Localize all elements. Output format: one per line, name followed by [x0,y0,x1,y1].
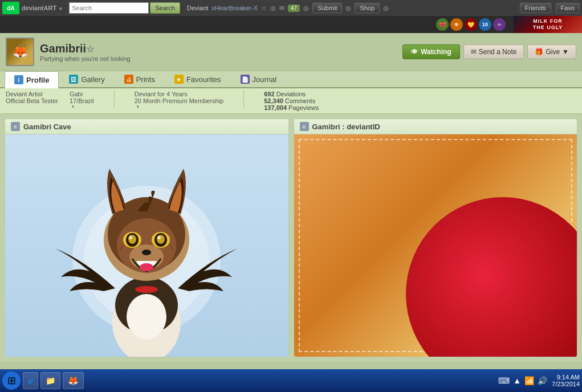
widget-right-title: Gamibri : deviantID [312,122,380,131]
shop-button[interactable]: Shop [355,3,380,13]
stats-membership: Deviant for 4 Years 20 Month Premium Mem… [135,91,224,109]
username-star-icon: ☆ [86,44,94,54]
deviations-label: Deviations [276,91,306,97]
widget-left-content [5,134,288,357]
pageviews-row: 137,004 Pageviews [264,104,319,111]
svg-point-13 [128,235,136,244]
deviations-row: 692 Deviations [264,91,319,97]
official-beta-label: Official Beta Tester [6,97,58,104]
send-note-button[interactable]: ✉ Send a Note [463,44,524,59]
name-dropdown-icon[interactable]: ▼ [71,104,94,109]
taskbar-folder-button[interactable]: 📁 [40,372,60,389]
membership-dropdown-icon[interactable]: ▼ [136,104,224,109]
profile-info: Gamibrii☆ Partying when you're not looki… [40,42,131,62]
tab-profile[interactable]: i Profile [5,71,59,88]
stats-divider-1 [114,91,115,108]
banner-icon-2[interactable]: 👁 [450,18,463,31]
taskbar-firefox-button[interactable]: 🦊 [63,372,84,389]
folder-icon: 📁 [46,376,55,385]
tab-gallery[interactable]: 🖼 Gallery [60,71,113,87]
taskbar-right-area: ⌨ ▲ 📶 🔊 9:14 AM 7/23/2014 [498,374,580,387]
banner-ad-text: MILK FOR THE UGLY [533,18,563,31]
nav-username-link[interactable]: xHeartbreaker-X [211,5,258,11]
mail-count-badge[interactable]: 47 [288,5,300,12]
search-input[interactable] [69,2,149,14]
logo-settings-icon: ● [59,5,62,11]
main-content: ≡ Gamibri Cave [0,114,582,362]
watching-button[interactable]: 👁 Watching [402,44,460,59]
logo-area[interactable]: dA deviantART ● [2,2,62,14]
submit-settings-icon[interactable]: ◎ [345,5,351,12]
tabs-bar: i Profile 🖼 Gallery 🖨 Prints ★ Favourite… [0,71,582,88]
friends-button[interactable]: Friends [520,3,551,13]
volume-icon[interactable]: 🔊 [538,376,547,385]
svg-point-14 [129,236,132,239]
tab-journal[interactable]: 📄 Journal [231,71,286,87]
tab-gallery-icon: 🖼 [69,75,78,84]
avatar-image: 🦊 [7,39,33,65]
tab-journal-icon: 📄 [241,75,250,84]
keyboard-icon: ⌨ [498,376,510,385]
tab-prints-icon: 🖨 [124,75,133,84]
character-illustration [38,134,255,357]
start-button[interactable]: ⊞ [2,371,21,390]
da-logo-icon[interactable]: dA [2,2,19,14]
give-label: Give [546,48,560,56]
banner-icon-5[interactable]: ∞ [493,18,506,31]
username-text: Gamibrii [40,42,86,55]
profile-username: Gamibrii☆ [40,42,131,55]
search-button[interactable]: Search [150,2,180,14]
widget-right-header: ≡ Gamibri : deviantID [294,119,577,134]
mail-settings-icon[interactable]: ◎ [303,5,309,12]
date-display: 7/23/2014 [552,381,580,387]
deviations-num: 692 [264,91,274,97]
name-value: Gabi [70,91,94,97]
favo-button[interactable]: Favo [556,3,580,13]
tab-prints[interactable]: 🖨 Prints [115,71,164,87]
comments-num: 52,340 [264,97,283,104]
system-tray-arrow[interactable]: ▲ [513,376,521,385]
stats-deviant-artist: Deviant Artist Official Beta Tester [6,91,58,104]
search-box: Search [69,2,180,14]
banner-ad-image[interactable]: MILK FOR THE UGLY [514,16,582,33]
give-button[interactable]: 🎁 Give ▼ [527,44,576,59]
shop-settings-icon[interactable]: ◎ [383,5,389,12]
top-navbar: dA deviantART ● Search Deviant xHeartbre… [0,0,582,16]
svg-point-20 [140,263,153,271]
watching-icon: 👁 [411,48,418,56]
note-label: Send a Note [479,48,517,56]
nav-star-icon: ☆ [261,5,267,12]
widget-left-header-icon: ≡ [11,122,20,131]
mail-icon[interactable]: ✉ [279,5,284,12]
premium-label: 20 Month Premium Membership [135,97,224,104]
give-dropdown-icon: ▼ [562,48,569,56]
taskbar: ⊞ ℯ 📁 🦊 ⌨ ▲ 📶 🔊 9:14 AM 7/23/2014 [0,369,582,392]
banner-icons: 🎀 👁 💛 10 ∞ [436,18,506,31]
tab-favourites[interactable]: ★ Favourites [165,71,230,87]
banner-icon-1[interactable]: 🎀 [436,18,449,31]
widget-left-title: Gamibri Cave [23,122,71,131]
widget-left: ≡ Gamibri Cave [5,119,289,357]
svg-point-18 [157,236,161,239]
comments-label: Comments [285,97,315,104]
taskbar-ie-button[interactable]: ℯ [23,372,38,389]
nav-settings-icon[interactable]: ◎ [270,5,276,12]
profile-header: 🦊 Gamibrii☆ Partying when you're not loo… [0,33,582,71]
tab-profile-label: Profile [26,76,49,84]
firefox-icon: 🦊 [68,375,79,386]
note-icon: ✉ [471,48,477,56]
nav-icons-right: Friends Favo [520,3,580,13]
deviant-artist-label: Deviant Artist [6,91,58,97]
banner-icon-3[interactable]: 💛 [465,18,477,31]
widget-right: ≡ Gamibri : deviantID [294,119,578,357]
svg-point-19 [142,250,151,255]
banner-icon-4[interactable]: 10 [479,18,491,31]
stats-divider-2 [243,91,244,108]
location-value: 17/Brazil [70,97,94,104]
profile-left-section: 🦊 Gamibrii☆ Partying when you're not loo… [6,38,131,66]
submit-button[interactable]: Submit [312,3,342,13]
taskbar-clock: 9:14 AM 7/23/2014 [552,374,580,387]
nav-deviant-label: Deviant [187,5,208,11]
tab-profile-icon: i [14,75,23,84]
profile-actions: 👁 Watching ✉ Send a Note 🎁 Give ▼ [402,44,576,59]
